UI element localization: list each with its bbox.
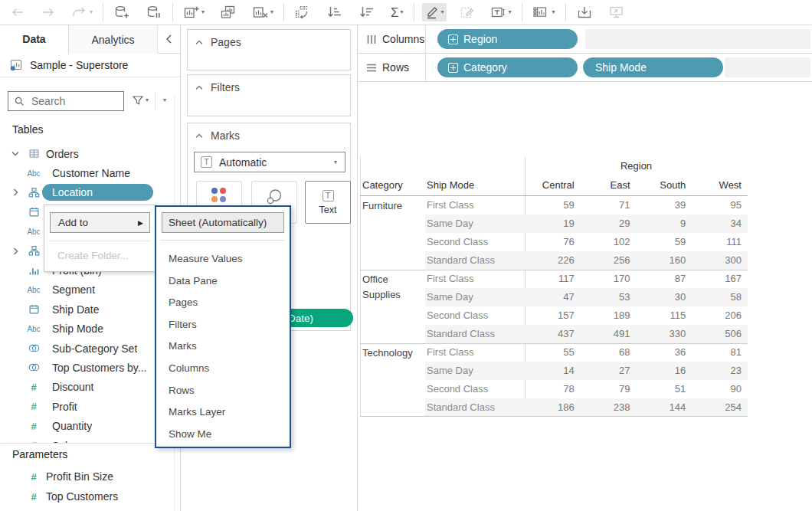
duplicate-sheet-icon[interactable] [218,3,239,21]
pause-auto-updates-icon[interactable] [143,3,165,21]
menu-item-create-folder[interactable]: Create Folder... [57,250,129,261]
sort-ascending-icon[interactable] [324,3,345,21]
search-box[interactable] [8,91,124,111]
ship-mode-cell-standard-class[interactable]: Standard Class [427,325,495,343]
ship-mode-cell-second-class[interactable]: Second Class [427,380,488,398]
value-cell[interactable]: 19 [525,215,581,233]
value-cell[interactable]: 58 [692,288,748,306]
value-cell[interactable]: 330 [637,325,692,343]
value-cell[interactable]: 9 [637,215,692,233]
swap-rows-and-columns-icon[interactable] [292,3,313,21]
value-cell[interactable]: 23 [692,362,748,380]
value-cell[interactable]: 111 [692,233,748,251]
submenu-item-marks[interactable]: Marks [156,336,290,358]
text-button[interactable]: T Text [305,181,351,224]
redo-icon[interactable]: ▾ [69,4,95,21]
submenu-item-measure-values[interactable]: Measure Values [156,248,290,270]
submenu-item-rows[interactable]: Rows [156,380,290,402]
ship-mode-cell-standard-class[interactable]: Standard Class [427,251,495,270]
field-row-orders[interactable]: Orders [0,144,173,163]
pages-card[interactable]: Pages [187,29,351,70]
filter-caret-icon[interactable]: ▾ [146,97,149,103]
search-input[interactable] [30,94,106,108]
value-cell[interactable]: 238 [581,398,637,417]
ship-mode-row-header[interactable]: Ship Mode [427,179,474,191]
value-cell[interactable]: 81 [692,343,748,362]
rows-shelf[interactable]: Rows CategoryShip Mode [358,54,812,82]
value-cell[interactable]: 55 [525,343,581,362]
new-worksheet-icon[interactable]: ▾ [181,3,207,21]
clear-sheet-icon[interactable]: ▾ [250,3,276,21]
value-cell[interactable]: 157 [525,306,581,325]
ship-mode-cell-first-class[interactable]: First Class [427,196,473,215]
value-cell[interactable]: 16 [637,362,692,380]
ship-mode-cell-first-class[interactable]: First Class [427,343,473,362]
expander-open-icon[interactable] [11,151,19,156]
collapse-chevron-icon[interactable] [195,133,203,139]
field-row-discount[interactable]: #Discount [0,378,173,397]
value-cell[interactable]: 30 [637,288,692,306]
value-cell[interactable]: 59 [637,233,692,251]
selected-field-pill[interactable]: Location [42,184,153,201]
fit-selector-icon[interactable]: ▾ [530,3,558,21]
col-header-west[interactable]: West [692,179,748,191]
tab-analytics[interactable]: Analytics [69,25,158,54]
value-cell[interactable]: 59 [525,196,581,215]
category-cell-office-supplies[interactable]: Office Supplies [362,272,425,303]
value-cell[interactable]: 34 [692,215,748,233]
format-selection-icon[interactable] [457,3,477,21]
field-row-profit[interactable]: #Profit [0,397,173,416]
forward-icon[interactable] [38,4,58,21]
field-row-sales[interactable]: #Sales [0,436,173,443]
value-cell[interactable]: 189 [581,306,637,325]
value-cell[interactable]: 95 [692,196,748,215]
ship-mode-cell-standard-class[interactable]: Standard Class [427,398,495,417]
value-cell[interactable]: 226 [525,251,581,270]
region-column-header[interactable]: Region [525,160,748,172]
fields-menu-caret-icon[interactable]: ▾ [163,97,166,103]
value-cell[interactable]: 491 [581,325,637,343]
value-cell[interactable]: 206 [692,306,748,325]
value-cell[interactable]: 27 [581,362,637,380]
submenu-item-sheet-automatically[interactable]: Sheet (Automatically) [162,212,284,233]
col-header-east[interactable]: East [581,179,637,191]
menu-item-add-to[interactable]: Add to ▶ [50,212,150,233]
tab-data[interactable]: Data [0,25,69,54]
category-cell-furniture[interactable]: Furniture [362,198,425,214]
value-cell[interactable]: 51 [637,380,692,398]
submenu-item-show-me[interactable]: Show Me [156,424,290,446]
ship-mode-cell-second-class[interactable]: Second Class [427,306,488,325]
value-cell[interactable]: 78 [525,380,581,398]
field-row-ship-mode[interactable]: AbcShip Mode [0,319,173,339]
back-icon[interactable] [8,4,28,21]
collapse-chevron-icon[interactable] [195,85,203,90]
value-cell[interactable]: 29 [581,215,637,233]
pill-category[interactable]: Category [437,57,578,77]
show-mark-labels-caret-icon[interactable]: ▾ [509,9,512,15]
col-header-south[interactable]: South [637,179,692,191]
value-cell[interactable]: 256 [581,251,637,270]
submenu-item-pages[interactable]: Pages [156,292,290,314]
pill-region[interactable]: Region [437,29,578,49]
rows-shelf-empty-area[interactable] [725,57,810,77]
presentation-mode-icon[interactable] [606,3,627,21]
field-row-segment[interactable]: AbcSegment [0,280,173,300]
highlight-caret-icon[interactable]: ▾ [441,9,444,15]
new-worksheet-caret-icon[interactable]: ▾ [201,9,205,15]
category-cell-technology[interactable]: Technology [362,346,425,361]
parameter-row-profit-bin-size[interactable]: #Profit Bin Size [0,467,173,486]
expander-closed-icon[interactable] [13,188,18,196]
value-cell[interactable]: 117 [525,270,581,288]
ship-mode-cell-same-day[interactable]: Same Day [427,362,473,380]
col-header-central[interactable]: Central [525,179,581,191]
columns-shelf[interactable]: Columns Region [358,25,812,54]
value-cell[interactable]: 79 [581,380,637,398]
field-row-location[interactable]: Location [0,183,173,202]
pill-ship-mode[interactable]: Ship Mode [583,57,723,77]
submenu-item-marks-layer[interactable]: Marks Layer [156,401,290,424]
value-cell[interactable]: 254 [692,398,748,417]
value-cell[interactable]: 68 [581,343,637,362]
show-totals-icon[interactable]: Σ ▾ [388,5,406,21]
ship-mode-cell-same-day[interactable]: Same Day [427,288,473,306]
value-cell[interactable]: 506 [692,325,748,343]
